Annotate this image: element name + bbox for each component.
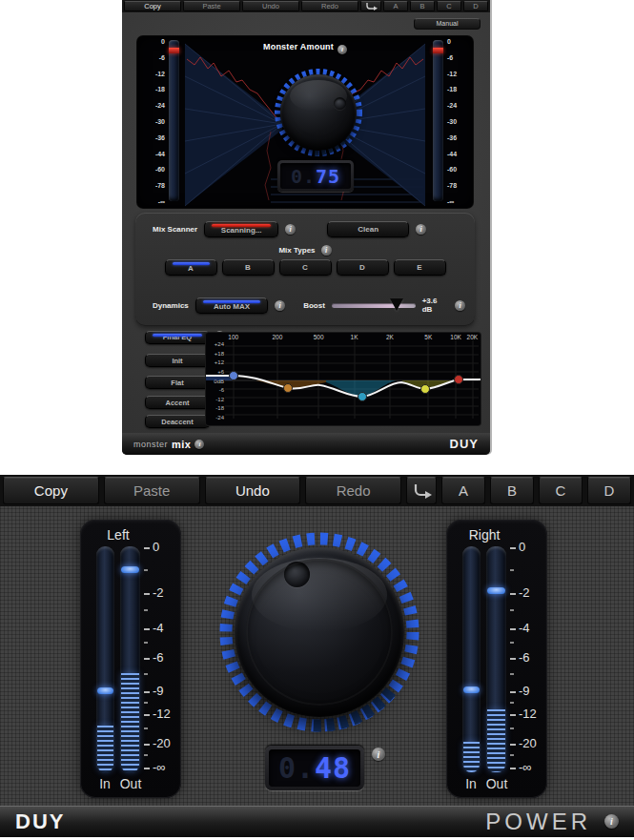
led-value: 48 — [315, 751, 351, 785]
scanning-button[interactable]: Scanning... — [204, 221, 278, 237]
eq-curve[interactable] — [206, 333, 481, 425]
right-in-peak — [463, 686, 480, 693]
boost-slider[interactable] — [332, 297, 416, 313]
memory-a-button[interactable]: A — [441, 477, 485, 504]
right-in-meter — [462, 546, 481, 773]
boost-slider-thumb[interactable] — [390, 298, 403, 311]
compare-arrow-icon[interactable] — [406, 477, 437, 504]
amount-value-display: 0.75 — [277, 160, 354, 192]
monster-amount-knob[interactable] — [273, 67, 364, 158]
info-icon[interactable]: i — [337, 45, 347, 54]
compare-arrow-icon[interactable] — [360, 1, 381, 11]
right-in-level — [463, 742, 480, 772]
undo-button[interactable]: Undo — [242, 1, 299, 11]
mix-type-c-button[interactable]: C — [279, 259, 332, 276]
memory-c-button[interactable]: C — [539, 477, 583, 504]
led-ghost-digits: 0. — [278, 751, 315, 785]
control-panel: Mix Scanner Scanning... i Clean i Mix Ty… — [135, 213, 475, 326]
monster-amount-title: Monster Amounti — [137, 42, 473, 54]
power-plugin: Copy Paste Undo Redo A B C D Left 0 -2 -… — [0, 475, 634, 837]
right-out-level — [487, 709, 505, 772]
memory-b-button[interactable]: B — [410, 1, 435, 11]
paste-button[interactable]: Paste — [183, 1, 240, 11]
eq-point-low[interactable] — [230, 372, 238, 380]
undo-button[interactable]: Undo — [205, 477, 301, 504]
init-button[interactable]: Init — [145, 354, 210, 367]
info-icon[interactable]: i — [194, 440, 204, 449]
out-label: Out — [482, 776, 511, 791]
eq-point-high[interactable] — [455, 376, 463, 384]
memory-c-button[interactable]: C — [437, 1, 461, 11]
memory-d-button[interactable]: D — [587, 477, 631, 504]
in-label: In — [458, 776, 484, 791]
right-out-peak — [487, 587, 505, 594]
right-level-meter — [433, 40, 443, 201]
memory-a-button[interactable]: A — [383, 1, 408, 11]
info-icon[interactable]: i — [372, 748, 385, 761]
power-knob[interactable] — [210, 522, 429, 742]
product-name: POWER — [485, 809, 591, 835]
left-meter-panel: Left 0 -2 -4 -6 -9 -12 -20 -∞ In Out — [80, 520, 181, 798]
info-icon[interactable]: i — [285, 224, 296, 235]
eq-point-lowmid[interactable] — [284, 384, 293, 393]
clean-button[interactable]: Clean — [327, 221, 409, 237]
plugin-footer: monster mix i DUY — [122, 433, 490, 455]
mix-type-a-button[interactable]: A — [165, 259, 217, 276]
plugin-footer: DUY POWER i — [0, 806, 634, 837]
mix-scanner-label: Mix Scanner — [153, 225, 197, 234]
paste-button[interactable]: Paste — [104, 477, 200, 504]
info-icon[interactable]: i — [275, 300, 285, 311]
monster-mix-plugin: Copy Paste Undo Redo A B C D Manual — [122, 0, 490, 455]
toolbar: Copy Paste Undo Redo A B C D — [122, 0, 490, 12]
info-icon[interactable]: i — [455, 300, 465, 311]
left-out-level — [121, 673, 139, 772]
duy-logo: DUY — [450, 437, 479, 451]
knob-body[interactable] — [280, 74, 357, 151]
info-icon[interactable]: i — [416, 224, 426, 235]
right-meter-panel: Right 0 -2 -4 -6 -9 -12 -20 -∞ In Out — [446, 520, 547, 798]
left-out-peak — [121, 566, 139, 573]
left-in-peak — [97, 687, 113, 694]
knob-body[interactable] — [235, 547, 404, 717]
eq-point-mid[interactable] — [358, 393, 367, 401]
led-ghost-digits: 0. — [291, 165, 316, 188]
right-meter-title: Right — [446, 527, 522, 543]
left-level-meter — [169, 40, 179, 201]
left-in-meter — [96, 546, 114, 773]
memory-d-button[interactable]: D — [463, 1, 488, 11]
mix-type-e-button[interactable]: E — [394, 259, 446, 276]
memory-b-button[interactable]: B — [490, 477, 534, 504]
accent-button[interactable]: Accent — [145, 396, 210, 409]
auto-max-button[interactable]: Auto MAX — [195, 297, 268, 314]
eq-point-highmid[interactable] — [421, 385, 430, 394]
duy-logo: DUY — [15, 809, 65, 834]
led-value: 75 — [316, 165, 340, 188]
mix-type-b-button[interactable]: B — [222, 259, 275, 276]
active-type-strip — [173, 262, 210, 265]
final-eq-button[interactable]: Final EQ — [145, 331, 210, 344]
left-meter-title: Left — [80, 527, 156, 543]
flat-button[interactable]: Flat — [145, 376, 210, 389]
info-icon[interactable]: i — [321, 245, 332, 256]
info-icon[interactable]: i — [604, 814, 619, 829]
main-display: 0-6 -12-18 -24-30 -36-44 -60-78 -∞ 0-6 -… — [137, 36, 473, 208]
eq-section: Final EQ i Init Flat Accent Deaccent 100… — [122, 328, 490, 435]
boost-value: +3.6 dB — [422, 297, 448, 314]
eq-graph[interactable]: 100 200 500 1K 2K 5K 10K 20K +24+18 +12+… — [206, 333, 481, 425]
mix-types-label: Mix Types — [278, 246, 315, 255]
manual-button[interactable]: Manual — [414, 18, 481, 30]
right-meter-scale: 0-6 -12-18 -24-30 -36-44 -60-78 -∞ — [447, 38, 470, 205]
brand-mix: mix — [172, 439, 191, 450]
redo-button[interactable]: Redo — [301, 1, 358, 11]
copy-button[interactable]: Copy — [124, 1, 181, 11]
knob-indicator-dot — [334, 97, 346, 110]
redo-button[interactable]: Redo — [305, 477, 401, 504]
deaccent-button[interactable]: Deaccent — [145, 415, 210, 428]
copy-button[interactable]: Copy — [3, 477, 99, 504]
dynamics-active-strip — [203, 300, 260, 303]
knob-indicator-dot — [284, 562, 310, 587]
out-label: Out — [116, 776, 145, 791]
brand-monster: monster — [133, 440, 168, 449]
scanning-active-strip — [212, 224, 271, 227]
mix-type-d-button[interactable]: D — [337, 259, 389, 276]
